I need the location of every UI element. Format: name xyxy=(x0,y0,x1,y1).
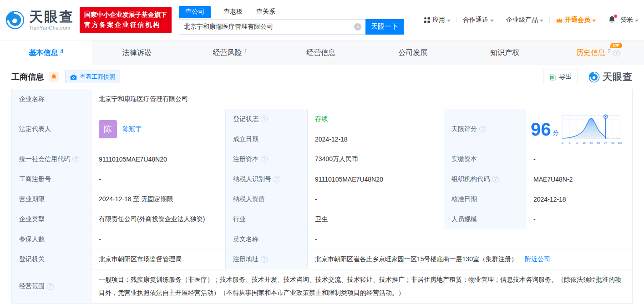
nav-open-vip[interactable]: 开通会员 xyxy=(556,16,596,24)
notifications-bell[interactable] xyxy=(608,15,616,25)
tianyancha-logo-icon xyxy=(588,71,600,83)
help-icon[interactable]: ? xyxy=(479,126,486,132)
help-icon[interactable]: ? xyxy=(274,176,280,182)
help-icon[interactable]: ? xyxy=(261,256,268,263)
field-value-org-code: MAE7U48N-2 xyxy=(526,169,633,189)
field-value-industry: 卫生 xyxy=(308,209,444,229)
tianyancha-logo-icon xyxy=(5,10,25,30)
tab-label: 基本信息 xyxy=(29,48,58,58)
tab-legal-litigation[interactable]: 法律诉讼 xyxy=(92,41,184,65)
field-value-english-name: - xyxy=(308,229,633,249)
vip-badge: VIP xyxy=(610,43,622,48)
help-icon[interactable]: ? xyxy=(261,116,268,122)
svg-text:15: 15 xyxy=(582,141,585,144)
score-axis-ticks: 0 1 3 15 50 85 97 99 100 xyxy=(562,141,622,144)
clear-search-icon[interactable]: × xyxy=(354,23,361,30)
tab-label: 经营信息 xyxy=(306,48,335,58)
notification-dot xyxy=(614,15,617,18)
field-value-uscc: 91110105MAE7U48N20 xyxy=(91,149,226,169)
field-label-approval-date: 核准日期 xyxy=(444,189,526,209)
field-label-establish-date: 成立日期 xyxy=(226,129,308,149)
svg-text:97: 97 xyxy=(604,141,607,144)
chevron-down-icon xyxy=(540,20,543,22)
tab-operation-info[interactable]: 经营信息 xyxy=(276,41,368,65)
field-value-company-type: 有限责任公司(外商投资企业法人独资) xyxy=(91,209,226,229)
monitor-bell-button[interactable] xyxy=(49,72,59,82)
help-icon[interactable]: ? xyxy=(72,156,79,162)
field-value-staff-size: - xyxy=(526,209,633,229)
field-value-taxpayer-id: 91110105MAE7U48N20 xyxy=(308,169,444,189)
gov-badge-line2: 官方备案企业征信机构 xyxy=(84,20,167,30)
chevron-down-icon xyxy=(635,20,639,22)
nav-apps[interactable]: 应用 xyxy=(424,16,451,24)
search-tab-boss[interactable]: 查老板 xyxy=(223,6,243,18)
bell-icon xyxy=(51,74,57,80)
view-snapshot-button[interactable]: 查看工商快照 xyxy=(65,71,120,83)
apps-grid-icon xyxy=(424,17,431,24)
field-value-reg-address: 北京市朝阳区崔各庄乡京旺家园一区15号楼底商一层130室（集群注册） 附近公司 xyxy=(308,249,633,269)
svg-text:99: 99 xyxy=(611,141,614,144)
field-value-reg-capital: 73400万人民币 xyxy=(308,149,444,169)
help-icon[interactable]: ? xyxy=(613,50,620,56)
gov-certification-badge: 国家中小企业发展子基金旗下 官方备案企业征信机构 xyxy=(80,7,172,33)
help-icon[interactable]: ? xyxy=(492,176,499,182)
field-label-taxpayer-id: 纳税人识别号? xyxy=(226,169,308,189)
field-label-paid-capital: 实缴资本 xyxy=(444,149,526,169)
field-label-staff-size: 人员规模 xyxy=(444,209,526,229)
score-unit: 分 xyxy=(553,129,559,137)
section-title: 工商信息 xyxy=(11,71,44,82)
tab-label: 经营风险 xyxy=(213,48,242,58)
legal-rep-link[interactable]: 陈冠宇 xyxy=(122,125,142,133)
search-tab-company[interactable]: 查公司 xyxy=(179,6,211,18)
tab-label: 法律诉讼 xyxy=(122,48,152,58)
nearby-companies-link[interactable]: 附近公司 xyxy=(525,255,550,263)
tab-count: 1 xyxy=(244,48,248,55)
score-number: 96 xyxy=(531,120,551,138)
field-value-taxpayer-qualification: - xyxy=(308,189,444,209)
nav-enterprise-products[interactable]: 企业级产品 xyxy=(506,16,543,24)
tab-intellectual-property[interactable]: 知识产权 xyxy=(460,41,552,65)
business-info-table: 企业名称 北京宁和康瑞医疗管理有限公司 法定代表人 陈 陈冠宇 登记状态? 存续… xyxy=(11,89,633,304)
help-icon[interactable]: ? xyxy=(261,156,268,162)
tab-history-info[interactable]: VIP 历史信息 2 ? xyxy=(552,41,644,65)
field-label-business-term: 营业期限 xyxy=(12,189,91,209)
chevron-down-icon xyxy=(490,20,494,22)
search-button[interactable]: 天眼一下 xyxy=(365,19,404,35)
snapshot-button-label: 查看工商快照 xyxy=(80,73,115,81)
svg-text:1: 1 xyxy=(568,141,570,144)
nav-enterprise-label: 企业级产品 xyxy=(506,16,538,24)
tab-operation-risk[interactable]: 经营风险 1 xyxy=(184,41,276,65)
field-value-reg-no: - xyxy=(91,169,226,189)
field-label-company-type: 企业类型 xyxy=(12,209,91,229)
top-header: 天眼查 TianYanCha.com 国家中小企业发展子基金旗下 官方备案企业征… xyxy=(0,0,644,40)
nav-vip-label: 开通会员 xyxy=(565,16,590,24)
camera-icon xyxy=(70,74,77,80)
nav-divider xyxy=(500,17,500,23)
field-label-org-code: 组织机构代码? xyxy=(444,169,526,189)
nav-divider xyxy=(456,17,457,23)
search-tab-relation[interactable]: 查关系 xyxy=(255,6,276,18)
tianyancha-logo[interactable]: 天眼查 TianYanCha.com xyxy=(5,10,74,30)
nav-apps-label: 应用 xyxy=(432,16,445,24)
field-label-industry: 行业 xyxy=(226,209,308,229)
field-label-reg-address: 注册地址? xyxy=(226,249,308,269)
help-icon[interactable]: ? xyxy=(47,283,54,290)
field-label-insured-count: 参保人数 xyxy=(12,229,91,249)
svg-text:X: X xyxy=(551,76,553,79)
field-value-establish-date: 2024-12-18 xyxy=(308,129,444,149)
nav-partner-channel[interactable]: 合作通道 xyxy=(463,16,494,24)
export-button[interactable]: X 导出 xyxy=(543,70,578,84)
gov-badge-line1: 国家中小企业发展子基金旗下 xyxy=(84,10,167,20)
field-value-approval-date: 2024-12-18 xyxy=(526,189,633,209)
tab-company-development[interactable]: 公司发展 xyxy=(368,41,460,65)
legal-rep-avatar[interactable]: 陈 xyxy=(99,120,117,138)
nav-divider xyxy=(602,17,602,23)
field-label-reg-status: 登记状态? xyxy=(226,109,308,129)
search-area: 查公司 查老板 查关系 × 天眼一下 xyxy=(179,6,404,35)
logo-title: 天眼查 xyxy=(29,10,74,24)
field-label-reg-no: 工商注册号 xyxy=(12,169,91,189)
tab-basic-info[interactable]: 基本信息 4 xyxy=(0,41,92,65)
nav-user-menu[interactable]: 费米 xyxy=(620,16,639,24)
crown-icon xyxy=(556,17,563,23)
search-input[interactable] xyxy=(179,19,365,35)
